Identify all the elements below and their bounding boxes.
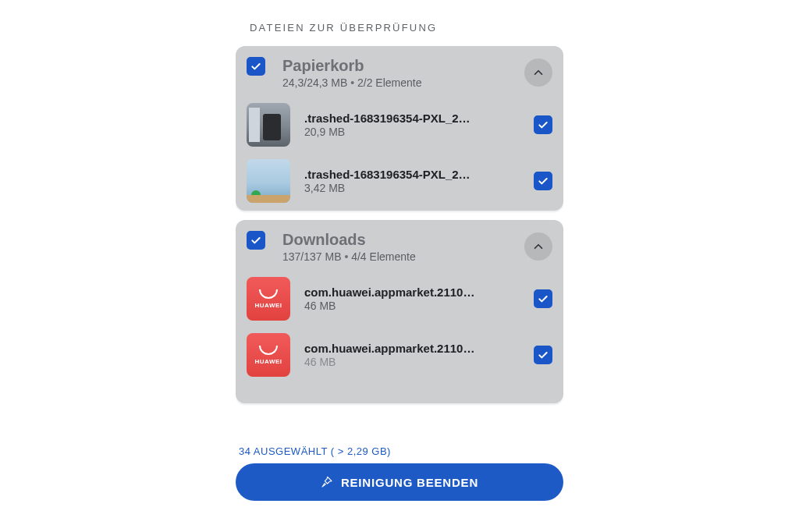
item-checkbox[interactable] bbox=[534, 172, 552, 190]
list-item[interactable]: .trashed-1683196354-PXL_2… 3,42 MB bbox=[236, 153, 563, 209]
item-name: .trashed-1683196354-PXL_2… bbox=[304, 112, 526, 125]
collapse-toggle-papierkorb[interactable] bbox=[524, 59, 552, 87]
list-item[interactable]: .trashed-1683196354-PXL_2… 20,9 MB bbox=[236, 97, 563, 153]
huawei-app-icon: HUAWEI bbox=[247, 333, 290, 377]
section-title: DATEIEN ZUR ÜBERPRÜFUNG bbox=[250, 22, 563, 34]
chevron-up-icon bbox=[531, 66, 545, 80]
selection-summary: 34 AUSGEWÄHLT ( > 2,29 GB) bbox=[239, 445, 563, 457]
check-icon bbox=[537, 349, 549, 361]
chevron-up-icon bbox=[531, 239, 545, 254]
group-papierkorb: Papierkorb 24,3/24,3 MB • 2/2 Elemente .… bbox=[236, 46, 563, 211]
group-title: Papierkorb bbox=[282, 57, 524, 75]
group-checkbox-papierkorb[interactable] bbox=[247, 57, 265, 76]
list-item[interactable]: HUAWEI com.huawei.appmarket.2110… 46 MB bbox=[236, 327, 563, 383]
broom-icon bbox=[321, 476, 333, 488]
finish-cleaning-button[interactable]: REINIGUNG BEENDEN bbox=[236, 463, 563, 501]
check-icon bbox=[250, 60, 262, 73]
item-checkbox[interactable] bbox=[534, 115, 552, 134]
thumbnail-image-icon bbox=[247, 103, 290, 147]
thumbnail-image-icon bbox=[247, 159, 290, 203]
group-checkbox-downloads[interactable] bbox=[247, 231, 265, 250]
item-size: 20,9 MB bbox=[304, 126, 526, 138]
check-icon bbox=[537, 293, 549, 305]
item-size: 46 MB bbox=[304, 300, 526, 312]
item-name: .trashed-1683196354-PXL_2… bbox=[304, 168, 526, 181]
item-size: 46 MB bbox=[304, 356, 526, 368]
item-name: com.huawei.appmarket.2110… bbox=[304, 342, 526, 355]
group-subtitle: 137/137 MB • 4/4 Elemente bbox=[282, 250, 524, 263]
check-icon bbox=[537, 119, 549, 131]
review-list-scroll[interactable]: Papierkorb 24,3/24,3 MB • 2/2 Elemente .… bbox=[236, 46, 563, 436]
item-checkbox[interactable] bbox=[534, 346, 552, 364]
list-item[interactable]: HUAWEI com.huawei.appmarket.2110… 46 MB bbox=[236, 271, 563, 327]
item-size: 3,42 MB bbox=[304, 182, 526, 194]
check-icon bbox=[537, 175, 549, 187]
check-icon bbox=[250, 234, 262, 246]
collapse-toggle-downloads[interactable] bbox=[524, 232, 552, 261]
huawei-app-icon: HUAWEI bbox=[247, 277, 290, 321]
finish-cleaning-label: REINIGUNG BEENDEN bbox=[341, 476, 478, 489]
group-title: Downloads bbox=[282, 231, 524, 249]
item-name: com.huawei.appmarket.2110… bbox=[304, 286, 526, 299]
item-checkbox[interactable] bbox=[534, 289, 552, 308]
group-downloads: Downloads 137/137 MB • 4/4 Elemente HUAW… bbox=[236, 220, 563, 403]
group-subtitle: 24,3/24,3 MB • 2/2 Elemente bbox=[282, 76, 524, 89]
